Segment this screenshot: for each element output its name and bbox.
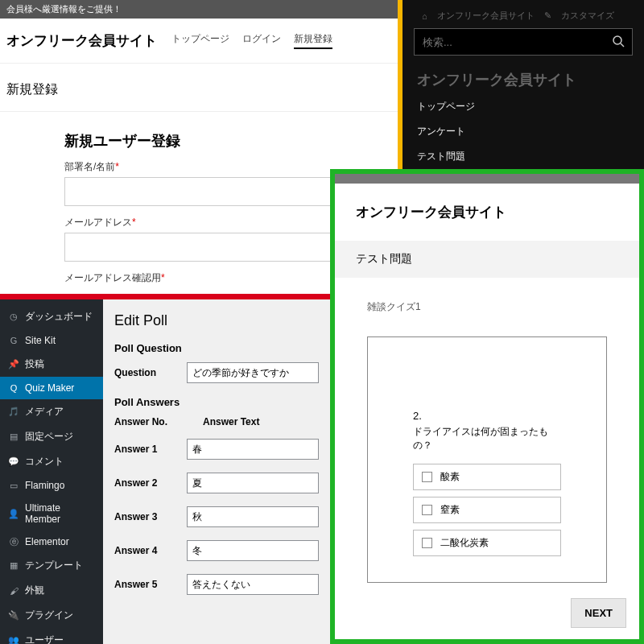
answer-row: Answer 3 (114, 506, 319, 527)
sidebar-item-label: メディア (25, 405, 64, 419)
answer-label: Answer 2 (114, 477, 187, 489)
top-banner: 会員様へ厳選情報をご提供！ (0, 0, 402, 19)
sidebar-item-label: ダッシュボード (25, 310, 93, 324)
option-text: 二酸化炭素 (440, 536, 489, 550)
email-input[interactable] (64, 233, 338, 262)
sidebar-item[interactable]: 🔌プラグイン (0, 603, 103, 628)
media-icon: 🎵 (8, 407, 19, 418)
nav-top[interactable]: トップページ (171, 32, 229, 49)
question-input[interactable] (187, 362, 319, 383)
nav-register[interactable]: 新規登録 (294, 32, 332, 49)
next-button[interactable]: NEXT (571, 598, 626, 628)
answer-label: Answer 1 (114, 444, 187, 455)
quiz-top-bar (335, 174, 639, 184)
sidebar-item[interactable]: 👥ユーザー (0, 628, 103, 644)
answers-header: Answer No. Answer Text (114, 416, 319, 427)
quiz-frame: 2. ドライアイスは何が固まったもの？ 酸素窒素二酸化炭素 (367, 336, 607, 583)
dashboard-icon: ◷ (8, 312, 19, 323)
sidebar-item[interactable]: 💬コメント (0, 449, 103, 474)
question-number: 2. (413, 410, 561, 422)
answer-input[interactable] (187, 574, 319, 595)
adminbar-customize-link[interactable]: カスタマイズ (561, 10, 614, 22)
label-name: 部署名/名前* (64, 160, 338, 174)
answer-input[interactable] (187, 473, 319, 493)
quiz-option[interactable]: 酸素 (413, 464, 561, 490)
search-icon[interactable] (612, 35, 625, 47)
sidebar-item-label: Ultimate Member (25, 502, 95, 525)
quiz-option[interactable]: 二酸化炭素 (413, 530, 561, 556)
flamingo-icon: ▭ (8, 480, 19, 491)
adminbar-site-link[interactable]: オンフリーク会員サイト (437, 10, 535, 22)
sidebar-item[interactable]: 🎵メディア (0, 399, 103, 424)
required-mark: * (161, 272, 165, 283)
page-icon: ▤ (8, 431, 19, 443)
checkbox-icon (422, 472, 432, 482)
wp-admin-panel: ◷ダッシュボードGSite Kit📌投稿QQuiz Maker🎵メディア▤固定ペ… (0, 299, 330, 644)
page-heading: 新規登録 (0, 64, 402, 112)
sidebar-item-label: プラグイン (25, 609, 73, 622)
dark-nav-links: トップページ アンケート テスト問題 (414, 94, 633, 169)
sidebar-item[interactable]: ▦テンプレート (0, 553, 103, 578)
sidebar-item-label: Elementor (25, 536, 69, 547)
sidebar-item[interactable]: ⓔElementor (0, 530, 103, 553)
answer-input[interactable] (187, 439, 319, 460)
poll-answers-section: Poll Answers (114, 396, 319, 408)
col-answer-no: Answer No. (114, 416, 203, 427)
quiz-body: 雑談クイズ1 2. ドライアイスは何が固まったもの？ 酸素窒素二酸化炭素 (335, 278, 639, 605)
sidebar-item-label: テンプレート (25, 559, 83, 572)
svg-line-1 (621, 43, 624, 47)
sidebar-item-label: 外観 (25, 584, 44, 597)
brush-icon: ✎ (544, 10, 551, 21)
admin-bar: ⌂ オンフリーク会員サイト ✎ カスタマイズ (414, 10, 633, 22)
sidebar-item[interactable]: ▭Flamingo (0, 474, 103, 497)
dark-link[interactable]: トップページ (414, 94, 633, 119)
form-title: 新規ユーザー登録 (64, 131, 338, 151)
main-nav: トップページ ログイン 新規登録 (171, 32, 332, 49)
ghost-site-title: オンフリーク会員サイト (414, 70, 633, 89)
sidebar-item[interactable]: 👤Ultimate Member (0, 497, 103, 530)
quiz-option[interactable]: 窒素 (413, 497, 561, 523)
answer-input[interactable] (187, 506, 319, 527)
answer-label: Answer 4 (114, 545, 187, 556)
wp-sidebar: ◷ダッシュボードGSite Kit📌投稿QQuiz Maker🎵メディア▤固定ペ… (0, 299, 103, 644)
checkbox-icon (422, 505, 432, 515)
wp-main: Edit Poll Poll Question Question Poll An… (103, 299, 330, 644)
label-email: メールアドレス* (64, 216, 338, 229)
option-text: 酸素 (440, 470, 460, 484)
question-text: ドライアイスは何が固まったもの？ (413, 425, 561, 452)
edit-poll-heading: Edit Poll (114, 312, 319, 329)
sidebar-item[interactable]: 🖌外観 (0, 578, 103, 603)
dark-link[interactable]: テスト問題 (414, 144, 633, 169)
nav-login[interactable]: ログイン (242, 32, 281, 49)
option-text: 窒素 (440, 503, 460, 517)
answer-label: Answer 5 (114, 579, 187, 590)
sidebar-item[interactable]: ▤固定ページ (0, 424, 103, 449)
sidebar-item-label: コメント (25, 455, 64, 469)
required-mark: * (132, 217, 136, 228)
comment-icon: 💬 (8, 456, 19, 468)
sidebar-item[interactable]: QQuiz Maker (0, 377, 103, 399)
answer-row: Answer 5 (114, 574, 319, 595)
search-input[interactable] (414, 28, 633, 56)
sidebar-item[interactable]: ◷ダッシュボード (0, 304, 103, 329)
sidebar-item-label: ユーザー (25, 634, 64, 644)
pin-icon: 📌 (8, 359, 19, 370)
quiz-site-title: オンフリーク会員サイト (335, 184, 639, 241)
checkbox-icon (422, 538, 432, 548)
answer-row: Answer 1 (114, 439, 319, 460)
sidebar-item-label: Quiz Maker (25, 382, 74, 394)
plugin-icon: 🔌 (8, 610, 19, 621)
sidebar-item[interactable]: 📌投稿 (0, 352, 103, 377)
quiz-panel: オンフリーク会員サイト テスト問題 雑談クイズ1 2. ドライアイスは何が固まっ… (330, 169, 644, 644)
home-icon[interactable]: ⌂ (422, 11, 427, 21)
dark-link[interactable]: アンケート (414, 119, 633, 144)
sidebar-item[interactable]: GSite Kit (0, 329, 103, 352)
answer-row: Answer 4 (114, 540, 319, 561)
answer-input[interactable] (187, 540, 319, 561)
sidebar-item-label: 投稿 (25, 357, 44, 371)
name-input[interactable] (64, 177, 338, 206)
label-email-confirm: メールアドレス確認用* (64, 271, 338, 285)
site-title: オンフリーク会員サイト (6, 31, 157, 50)
answer-label: Answer 3 (114, 511, 187, 522)
sidebar-item-label: Flamingo (25, 480, 64, 491)
